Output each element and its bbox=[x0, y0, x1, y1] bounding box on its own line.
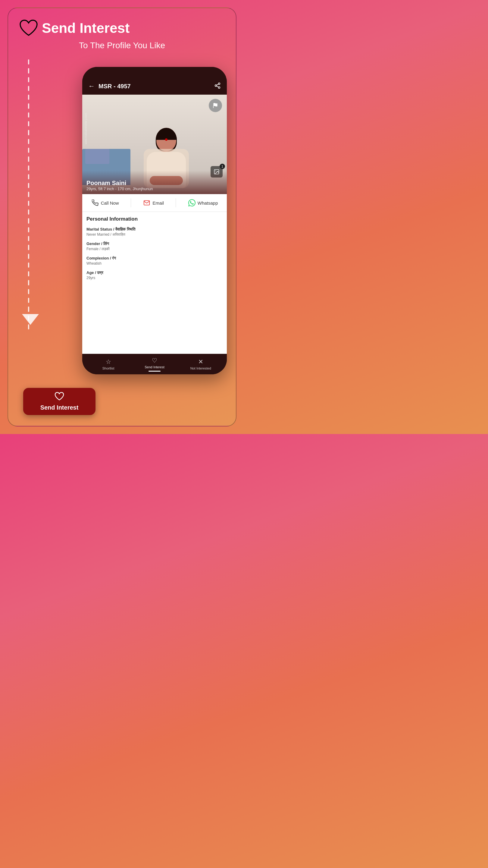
send-interest-nav-icon: ♡ bbox=[152, 357, 157, 364]
call-now-label: Call Now bbox=[101, 200, 119, 206]
svg-line-3 bbox=[217, 86, 218, 87]
info-item-gender: Gender / लिंग Female / लड़की bbox=[82, 239, 227, 253]
triangle-down-icon bbox=[22, 314, 39, 325]
nav-send-interest[interactable]: ♡ Send Interest bbox=[131, 357, 177, 372]
person-head bbox=[156, 128, 177, 152]
info-item-complexion: Complexion / रंग Wheatish bbox=[82, 253, 227, 268]
shortlist-label: Shortlist bbox=[102, 367, 115, 370]
send-interest-nav-label: Send Interest bbox=[144, 365, 164, 369]
profile-name-overlay: Poonam Saini 29yrs, 5ft 7 inch - 170 cm,… bbox=[82, 170, 227, 194]
email-button[interactable]: Email bbox=[143, 199, 164, 207]
header-title-row: Send Interest bbox=[19, 19, 130, 37]
complexion-label: Complexion / रंग bbox=[87, 256, 223, 261]
not-interested-label: Not Interested bbox=[190, 367, 211, 370]
shortlist-icon: ☆ bbox=[106, 358, 111, 365]
watermark: www.malisainirishte y.com bbox=[84, 113, 87, 144]
send-interest-btn-label: Send Interest bbox=[40, 404, 78, 411]
gender-label: Gender / लिंग bbox=[87, 241, 223, 246]
profile-id-label: MSR - 4957 bbox=[98, 83, 210, 90]
action-buttons-row: Call Now Email What bbox=[82, 194, 227, 212]
marital-status-value: Never Married / अविवाहित bbox=[87, 232, 223, 237]
heart-outline-icon bbox=[19, 19, 38, 37]
age-value: 29yrs bbox=[87, 276, 223, 280]
profile-image-area: www.malisainirishte y.com 1 Poonam Sai bbox=[82, 95, 227, 194]
personal-info-title: Personal Information bbox=[82, 212, 227, 224]
phone-bottom-nav: ☆ Shortlist ♡ Send Interest ✕ Not Intere… bbox=[82, 354, 227, 374]
marital-status-label: Marital Status / वैवाहिक स्थिति bbox=[87, 227, 223, 232]
phone-mockup: ← MSR - 4957 bbox=[82, 67, 227, 374]
call-now-button[interactable]: Call Now bbox=[91, 199, 119, 207]
send-interest-btn-heart-icon bbox=[55, 392, 64, 403]
phone-icon bbox=[91, 199, 99, 207]
nav-active-underline bbox=[149, 371, 161, 372]
nav-not-interested[interactable]: ✕ Not Interested bbox=[178, 358, 224, 370]
flag-icon[interactable] bbox=[209, 99, 222, 112]
not-interested-icon: ✕ bbox=[198, 358, 203, 365]
info-item-marital: Marital Status / वैवाहिक स्थिति Never Ma… bbox=[82, 224, 227, 239]
profile-details: 29yrs, 5ft 7 inch - 170 cm, Jhunjhunun bbox=[87, 187, 223, 191]
photo-count-badge: 1 bbox=[220, 164, 225, 169]
email-icon bbox=[143, 199, 151, 207]
nav-shortlist[interactable]: ☆ Shortlist bbox=[85, 358, 131, 370]
phone-status-bar bbox=[82, 67, 227, 78]
complexion-value: Wheatish bbox=[87, 261, 223, 266]
share-icon[interactable] bbox=[214, 82, 221, 90]
whatsapp-button[interactable]: Whatsapp bbox=[188, 199, 218, 207]
dashed-line bbox=[28, 59, 29, 330]
header-subtitle: To The Profile You Like bbox=[19, 41, 225, 50]
pillow-element bbox=[85, 149, 109, 164]
profile-name: Poonam Saini bbox=[87, 180, 223, 187]
svg-line-4 bbox=[217, 84, 218, 85]
email-label: Email bbox=[153, 200, 164, 206]
gender-value: Female / लड़की bbox=[87, 247, 223, 251]
personal-info-section: Personal Information Marital Status / वै… bbox=[82, 212, 227, 354]
header-title: Send Interest bbox=[42, 21, 130, 36]
whatsapp-icon bbox=[188, 199, 196, 207]
age-label: Age / उम्र bbox=[87, 270, 223, 275]
header-section: Send Interest To The Profile You Like bbox=[8, 8, 236, 56]
phone-top-bar: ← MSR - 4957 bbox=[82, 78, 227, 95]
send-interest-button[interactable]: Send Interest bbox=[23, 388, 96, 415]
outer-card: Send Interest To The Profile You Like ← … bbox=[7, 7, 236, 427]
whatsapp-label: Whatsapp bbox=[198, 200, 218, 206]
info-item-age: Age / उम्र 29yrs bbox=[82, 268, 227, 282]
back-button[interactable]: ← bbox=[88, 82, 95, 90]
